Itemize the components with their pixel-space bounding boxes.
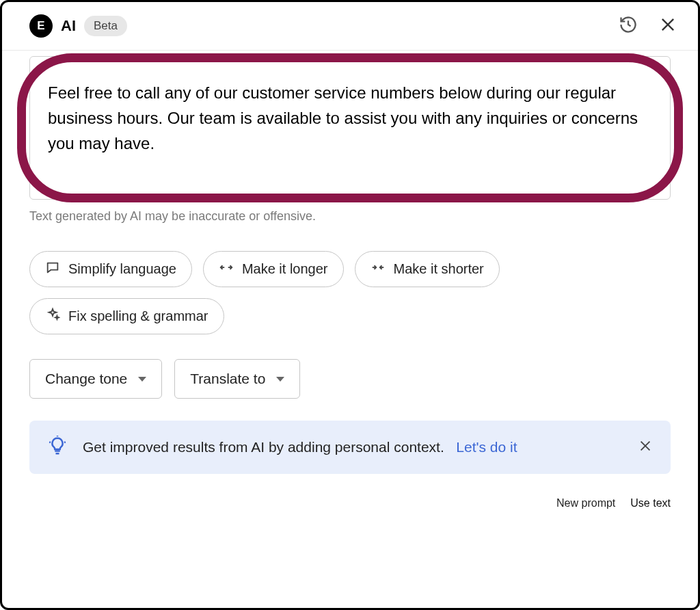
beta-badge: Beta	[84, 16, 127, 36]
chevron-down-icon	[138, 377, 146, 382]
context-hint-banner: Get improved results from AI by adding p…	[29, 421, 671, 474]
translate-to-dropdown[interactable]: Translate to	[174, 359, 300, 399]
quick-actions-row: Simplify language Make it longer Make it…	[29, 251, 671, 334]
dialog-header: E AI Beta	[2, 2, 698, 51]
make-longer-button[interactable]: Make it longer	[203, 251, 344, 287]
header-right	[619, 15, 677, 37]
change-tone-label: Change tone	[45, 371, 127, 387]
banner-link[interactable]: Let's do it	[456, 439, 517, 455]
new-prompt-button[interactable]: New prompt	[556, 497, 615, 509]
ai-title: AI	[61, 17, 76, 35]
banner-close-button[interactable]	[638, 438, 653, 456]
svg-line-7	[49, 442, 51, 442]
svg-line-8	[64, 442, 66, 442]
sparkles-icon	[45, 307, 60, 326]
chat-bubble-icon	[45, 260, 60, 278]
translate-to-label: Translate to	[190, 371, 265, 387]
longer-label: Make it longer	[242, 261, 328, 277]
banner-message: Get improved results from AI by adding p…	[83, 439, 444, 455]
simplify-label: Simplify language	[68, 261, 176, 277]
use-text-button[interactable]: Use text	[630, 497, 671, 509]
close-button[interactable]	[658, 15, 677, 37]
expand-horizontal-icon	[219, 260, 234, 278]
make-shorter-button[interactable]: Make it shorter	[355, 251, 500, 287]
simplify-language-button[interactable]: Simplify language	[29, 251, 192, 287]
header-left: E AI Beta	[29, 14, 127, 38]
collapse-horizontal-icon	[371, 260, 386, 278]
close-icon	[638, 444, 653, 455]
ai-disclaimer: Text generated by AI may be inaccurate o…	[29, 209, 671, 224]
dialog-content: Feel free to call any of our customer se…	[2, 56, 698, 530]
elementor-logo-icon: E	[29, 14, 53, 38]
history-icon	[619, 25, 638, 36]
close-icon	[658, 25, 677, 36]
dropdowns-row: Change tone Translate to	[29, 359, 671, 399]
chevron-down-icon	[276, 377, 284, 382]
lightbulb-icon	[47, 436, 68, 459]
highlighted-region: Feel free to call any of our customer se…	[29, 56, 671, 200]
footer-actions: New prompt Use text	[29, 497, 671, 509]
shorter-label: Make it shorter	[394, 261, 484, 277]
logo-letter: E	[37, 19, 44, 33]
generated-text-output[interactable]: Feel free to call any of our customer se…	[29, 56, 671, 200]
fix-grammar-label: Fix spelling & grammar	[68, 308, 208, 324]
fix-grammar-button[interactable]: Fix spelling & grammar	[29, 298, 224, 334]
history-button[interactable]	[619, 15, 638, 37]
change-tone-dropdown[interactable]: Change tone	[29, 359, 162, 399]
banner-text: Get improved results from AI by adding p…	[83, 439, 623, 455]
